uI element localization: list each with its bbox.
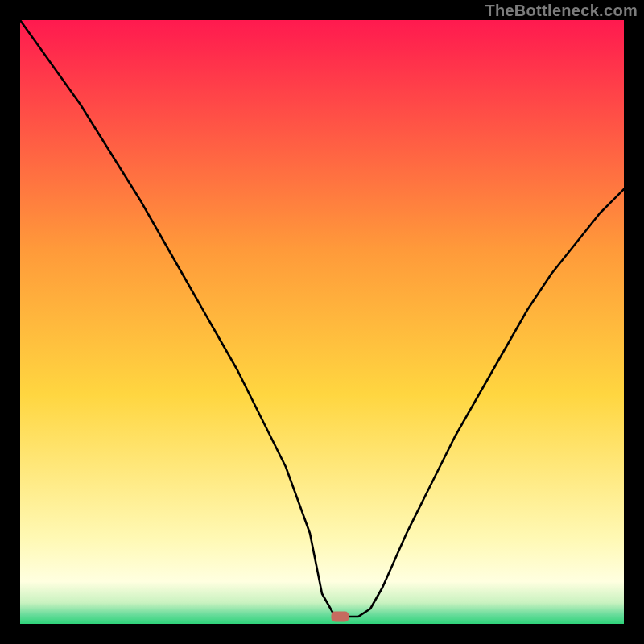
chart-frame: TheBottleneck.com (0, 0, 644, 644)
watermark-text: TheBottleneck.com (485, 2, 638, 20)
min-marker (332, 612, 349, 622)
gradient-background (20, 20, 624, 624)
plot-area (20, 20, 624, 624)
